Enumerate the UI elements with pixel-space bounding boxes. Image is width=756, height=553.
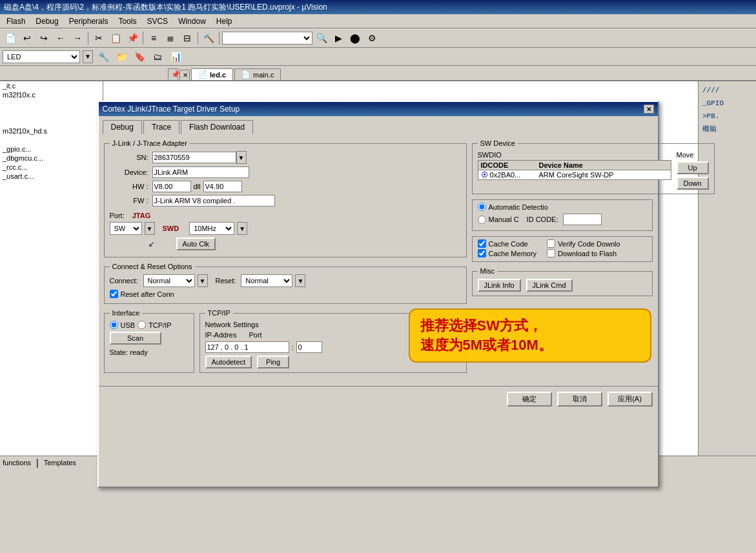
sn-input[interactable] [152, 152, 236, 163]
jtag-annotation: JTAG [132, 212, 151, 219]
cache-memory-checkbox[interactable] [478, 249, 486, 257]
fw-input[interactable] [152, 195, 275, 206]
dll-label: dll [194, 183, 201, 190]
tab-main-c[interactable]: 📄 main.c [234, 68, 281, 80]
menu-window[interactable]: Window [174, 15, 210, 27]
id-code-label: ID CODE: [527, 216, 558, 223]
menu-debug[interactable]: Debug [32, 15, 62, 27]
cache-left: Cache Code Cache Memory [478, 239, 537, 259]
ping-btn[interactable]: Ping [257, 356, 289, 368]
dialog-tab-flash[interactable]: Flash Download [181, 120, 253, 134]
new-btn[interactable]: 📄 [3, 31, 18, 45]
ok-button[interactable]: 确定 [507, 392, 552, 407]
menu-svcs[interactable]: SVCS [143, 15, 172, 27]
sw-device-table: IDCODE Device Name ⦿ 0x2BA0... ARM C [478, 160, 671, 180]
dialog-tab-trace[interactable]: Trace [143, 120, 179, 134]
menu-tools[interactable]: Tools [114, 15, 140, 27]
find-btn[interactable]: 🔍 [314, 31, 329, 45]
tb2-btn1[interactable]: 🔧 [96, 50, 111, 64]
reset-after-conn-label: Reset after Conn [121, 290, 174, 298]
radio-dot: ⦿ [481, 171, 488, 179]
dialog-close-button[interactable]: ✕ [644, 105, 654, 114]
cut-btn[interactable]: ✂ [91, 31, 107, 45]
reset-dropdown[interactable]: ▼ [295, 274, 305, 287]
tab-close-x[interactable]: ✕ [179, 70, 190, 80]
menu-flash[interactable]: Flash [3, 15, 29, 27]
cache-code-checkbox[interactable] [478, 239, 486, 248]
autodetect-btn[interactable]: Autodetect [205, 356, 252, 368]
hw-input[interactable] [152, 181, 191, 192]
sw-device-fieldset: SW Device SWDIO IDCODE Device Name [472, 139, 715, 194]
debug-btn[interactable]: ▶ [331, 31, 346, 45]
menu-help[interactable]: Help [212, 15, 236, 27]
project-select[interactable]: LED [3, 50, 80, 63]
target-select[interactable] [222, 32, 312, 45]
connect-select[interactable]: Normal [143, 274, 195, 287]
device-name-col: Device Name [539, 161, 668, 169]
tb2-btn2[interactable]: 📁 [114, 50, 129, 64]
fw-label: FW : [110, 197, 148, 205]
toolbar2: LED ▼ 🔧 📁 🔖 🗂 📊 [0, 48, 756, 66]
misc-btns: JLink Info JLink Cmd [478, 279, 647, 292]
title-bar: 磁盘A盘\4，程序源码\2，标准例程-库函数版本\实验1 跑马灯实验\USER\… [0, 0, 756, 14]
download-flash-checkbox[interactable] [547, 249, 555, 257]
copy-btn[interactable]: 📋 [108, 31, 123, 45]
connect-dropdown[interactable]: ▼ [198, 274, 208, 287]
move-up-btn[interactable]: Up [677, 161, 709, 174]
auto-detect-radio[interactable] [478, 203, 486, 211]
back-btn[interactable]: ← [53, 31, 68, 45]
scan-button[interactable]: Scan [110, 332, 161, 345]
indent-btn[interactable]: ≡ [146, 31, 161, 45]
port-select[interactable]: SW [110, 222, 142, 235]
tcpip-radio[interactable] [138, 321, 146, 329]
tabs-row: 📌 ✕ 📄 led.c 📄 main.c [0, 66, 756, 81]
tcpip-label: TCP/IP [148, 321, 171, 329]
jlink-info-btn[interactable]: JLink Info [478, 279, 521, 292]
reset-after-conn-checkbox[interactable] [110, 290, 118, 298]
max-select[interactable]: 10MHz [189, 222, 234, 235]
jlink-cmd-btn[interactable]: JLink Cmd [526, 279, 573, 292]
sn-dropdown[interactable]: ▼ [236, 151, 247, 164]
project-dropdown[interactable]: ▼ [83, 50, 93, 63]
jlink-fieldset: J-Link / J-Trace Adapter SN: ▼ Device: H… [104, 139, 467, 257]
undo-btn[interactable]: ↩ [19, 31, 35, 45]
verify-code-checkbox[interactable] [547, 239, 555, 248]
tb2-btn3[interactable]: 🔖 [132, 50, 147, 64]
menu-peripherals[interactable]: Peripherals [65, 15, 112, 27]
auto-detect-label: Automatic Detectio [489, 203, 548, 211]
annotation-line2: 速度为5M或者10M。 [420, 336, 640, 355]
id-code-input[interactable] [563, 214, 602, 225]
paste-btn[interactable]: 📌 [125, 31, 140, 45]
max-dropdown[interactable]: ▼ [237, 222, 247, 235]
usb-radio[interactable] [110, 321, 118, 329]
ip-input[interactable] [205, 341, 289, 353]
manual-detect-radio[interactable] [478, 216, 486, 224]
dll-input[interactable] [203, 181, 242, 192]
tb2-btn4[interactable]: 🗂 [150, 50, 165, 64]
tab-led-c[interactable]: 📄 led.c [191, 68, 233, 80]
dialog-tabs: Debug Trace Flash Download [99, 116, 658, 134]
redo-btn[interactable]: ↪ [36, 31, 52, 45]
build-btn[interactable]: 🔨 [201, 31, 216, 45]
stop-btn[interactable]: ⬤ [347, 31, 363, 45]
reset-select[interactable]: Normal [241, 274, 292, 287]
sw-table-row[interactable]: ⦿ 0x2BA0... ARM CoreSight SW-DP [478, 170, 671, 179]
cancel-button[interactable]: 取消 [557, 392, 602, 407]
functions-icon: | [36, 457, 39, 468]
tb2-btn5[interactable]: 📊 [168, 50, 183, 64]
outdent-btn[interactable]: ≣ [163, 31, 178, 45]
device-input[interactable] [152, 166, 249, 178]
sw-table-header: IDCODE Device Name [478, 161, 671, 170]
port-input[interactable] [296, 341, 322, 353]
fwd-btn[interactable]: → [70, 31, 85, 45]
auto-clk-btn[interactable]: Auto Clk [176, 237, 216, 250]
port-row: Port: JTAG [110, 212, 461, 219]
settings-btn[interactable]: ⚙ [364, 31, 380, 45]
dialog-tab-debug[interactable]: Debug [103, 120, 142, 135]
align-btn[interactable]: ⊟ [179, 31, 195, 45]
move-down-btn[interactable]: Down [677, 177, 709, 190]
sw-table-wrap: SWDIO IDCODE Device Name ⦿ [478, 151, 671, 180]
apply-button[interactable]: 应用(A) [608, 392, 653, 407]
port-dropdown[interactable]: ▼ [145, 222, 155, 235]
hw-row: HW : dll [110, 181, 461, 192]
